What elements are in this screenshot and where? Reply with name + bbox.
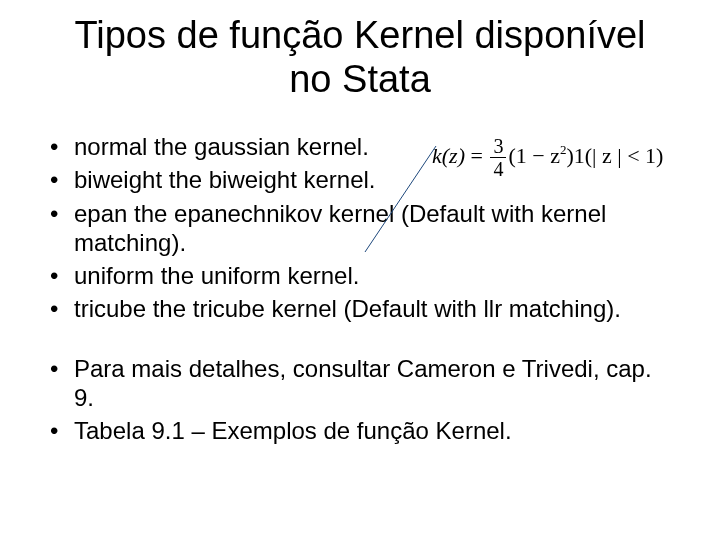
bullet-list-main: normal the gaussian kernel. biweight the… bbox=[42, 132, 678, 324]
bullet-list-footer: Para mais detalhes, consultar Cameron e … bbox=[42, 354, 678, 446]
slide: Tipos de função Kernel disponível no Sta… bbox=[0, 0, 720, 540]
list-item: epan the epanechnikov kernel (Default wi… bbox=[70, 199, 678, 258]
list-item: Tabela 9.1 – Exemplos de função Kernel. bbox=[70, 416, 678, 445]
list-item: biweight the biweight kernel. bbox=[70, 165, 678, 194]
list-item: normal the gaussian kernel. bbox=[70, 132, 678, 161]
slide-body: normal the gaussian kernel. biweight the… bbox=[42, 132, 678, 449]
list-item: Para mais detalhes, consultar Cameron e … bbox=[70, 354, 678, 413]
list-gap bbox=[42, 328, 678, 354]
slide-title: Tipos de função Kernel disponível no Sta… bbox=[50, 14, 670, 101]
list-item: tricube the tricube kernel (Default with… bbox=[70, 294, 678, 323]
list-item: uniform the uniform kernel. bbox=[70, 261, 678, 290]
